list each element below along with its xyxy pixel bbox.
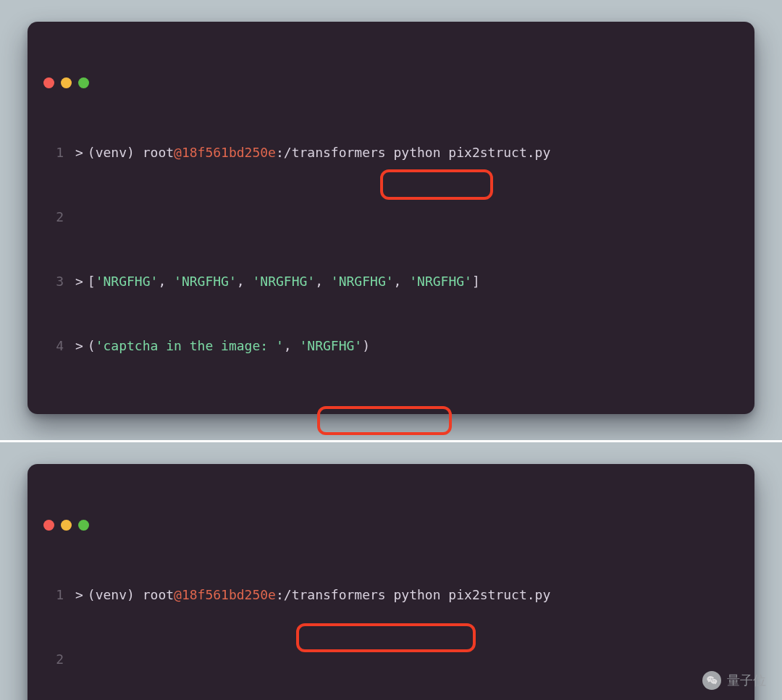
prompt-at: @ [174,584,182,606]
list-item: 'NRGFHG' [96,271,159,292]
maximize-icon [78,520,89,531]
tuple-open: ( [88,335,96,357]
prompt-path: :/transformers python pix2struct.py [276,142,550,164]
line-number: 1 [43,584,64,606]
list-item: 'NRGFHG' [174,271,237,292]
prompt-caret: > [75,142,83,164]
code-line-2: 2 [43,649,739,670]
background-panel-1: 1>(venv) root@18f561bd250e:/transformers… [0,0,782,440]
line-number: 3 [43,271,64,292]
code-line-4: 4>('captcha in the image: ', 'NRGFHG') [43,335,739,357]
prompt-at: @ [174,142,182,164]
tuple-value: 'NRGFHG' [299,335,362,357]
code-line-1: 1>(venv) root@18f561bd250e:/transformers… [43,142,739,164]
minimize-icon [61,520,72,531]
tuple-label: 'captcha in the image: ' [96,335,284,357]
tuple-sep: , [284,335,300,357]
prompt-venv: (venv) root [88,142,174,164]
prompt-path: :/transformers python pix2struct.py [276,584,550,606]
prompt-host: 18f561bd250e [182,142,276,164]
minimize-icon [61,77,72,88]
terminal-window-2: 1>(venv) root@18f561bd250e:/transformers… [28,464,754,700]
prompt-host: 18f561bd250e [182,584,276,606]
code-line-2: 2 [43,206,739,228]
line-number: 2 [43,649,64,670]
maximize-icon [78,77,89,88]
prompt-venv: (venv) root [88,584,174,606]
terminal-window-1: 1>(venv) root@18f561bd250e:/transformers… [28,22,754,414]
wechat-icon [702,671,721,690]
background-panel-2: 1>(venv) root@18f561bd250e:/transformers… [0,440,782,700]
line-number: 4 [43,335,64,357]
list-sep: , [158,271,174,292]
window-controls [43,77,739,88]
source-watermark: 量子位 [702,671,766,690]
list-item: 'NRGFHG' [252,271,315,292]
code-line-1: 1>(venv) root@18f561bd250e:/transformers… [43,584,739,606]
list-item: 'NRGFHG' [331,271,394,292]
list-item: 'NRGFHG' [409,271,472,292]
prompt-caret: > [75,335,83,357]
close-icon [43,520,54,531]
watermark-text: 量子位 [727,672,766,689]
close-icon [43,77,54,88]
code-line-3: 3>['NRGFHG', 'NRGFHG', 'NRGFHG', 'NRGFHG… [43,271,739,292]
tuple-close: ) [362,335,370,357]
list-open: [ [88,271,96,292]
line-number: 2 [43,206,64,228]
window-controls [43,520,739,531]
list-close: ] [472,271,480,292]
prompt-caret: > [75,584,83,606]
list-sep: , [315,271,331,292]
line-number: 1 [43,142,64,164]
list-sep: , [237,271,253,292]
list-sep: , [394,271,410,292]
prompt-caret: > [75,271,83,292]
